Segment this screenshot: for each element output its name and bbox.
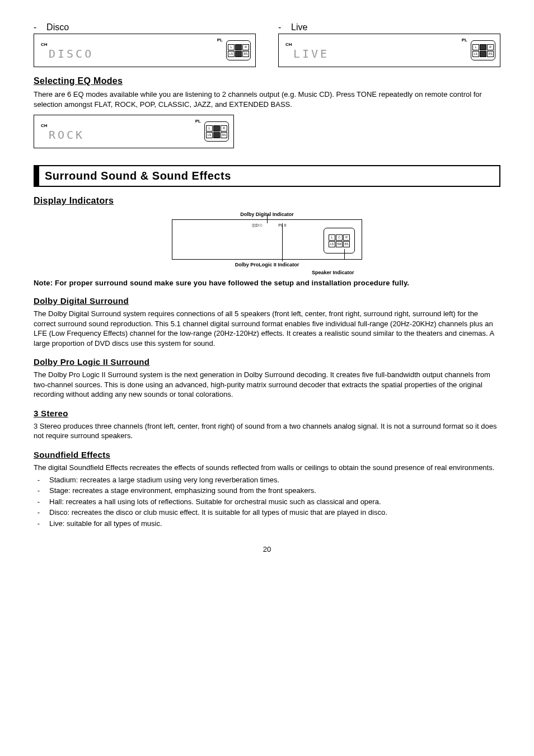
- lcd-text: LIVE: [293, 48, 471, 59]
- ch-label: CH: [41, 42, 226, 47]
- dash-icon: -: [34, 519, 44, 529]
- list-item: - Stage: recreates a stage environment, …: [34, 486, 500, 496]
- heading-sfx: Soundfield Effects: [34, 450, 500, 459]
- list-text: Stage: recreates a stage environment, em…: [49, 486, 316, 496]
- page-number: 20: [34, 545, 500, 553]
- heading-eq-modes: Selecting EQ Modes: [34, 76, 500, 86]
- lcd-text: ROCK: [49, 129, 204, 140]
- mode-label: - Disco: [34, 22, 256, 32]
- dash-icon: -: [34, 508, 44, 518]
- speaker-indicator-icon: L R LS RS: [471, 40, 495, 60]
- mode-name: Live: [291, 22, 307, 32]
- stereo3-para: 3 Stereo produces three channels (front …: [34, 421, 500, 441]
- diagram-lcd-box: ▯▯D ⦾ PL II L C R LS SW RS: [172, 219, 362, 260]
- display-diagram: Dolby Digital Indicator ▯▯D ⦾ PL II L C …: [172, 212, 362, 267]
- spk-l: L: [329, 234, 335, 241]
- ch-label: CH: [41, 123, 204, 128]
- dash-icon: -: [34, 475, 44, 485]
- lcd-box-disco: CH DISCO PL L R LS RS: [34, 34, 256, 67]
- list-text: Live: suitable for all types of music.: [49, 519, 162, 529]
- lcd-box-rock: CH ROCK PL L R LS RS: [34, 115, 234, 148]
- mode-label: - Live: [278, 22, 500, 32]
- list-text: Stadium: recreates a large stadium using…: [49, 475, 279, 485]
- pl-label: PL: [195, 119, 201, 124]
- spk-rs: RS: [343, 241, 350, 247]
- dolby-digital-icon: ▯▯D ⦾: [252, 223, 263, 228]
- pl-label: PL: [462, 37, 467, 43]
- callout-line-icon: [282, 223, 283, 261]
- lcd-text: DISCO: [49, 48, 226, 59]
- sfx-intro: The digital Soundfield Effects recreates…: [34, 463, 500, 473]
- ch-label: CH: [285, 42, 471, 47]
- list-text: Hall: recreates a hall using lots of ref…: [49, 497, 381, 507]
- spk-sw: SW: [336, 241, 343, 247]
- lcd-box-live: CH LIVE PL L R LS RS: [278, 34, 500, 67]
- heading-3stereo: 3 Stereo: [34, 408, 500, 418]
- mode-name: Disco: [46, 22, 69, 32]
- speaker-indicator-icon: L C R LS SW RS: [324, 228, 355, 253]
- pl-label: PL: [217, 37, 223, 43]
- prologic-indicator-label: Dolby ProLogic II Indicator: [172, 262, 362, 267]
- spk-r: R: [343, 234, 350, 241]
- heading-display-indicators: Display Indicators: [34, 196, 500, 206]
- dash-icon: -: [34, 497, 44, 507]
- spk-ls: LS: [329, 241, 335, 247]
- list-item: - Live: suitable for all types of music.: [34, 519, 500, 529]
- speaker-indicator-icon: L R LS RS: [204, 121, 229, 142]
- diagram-wrap: Dolby Digital Indicator ▯▯D ⦾ PL II L C …: [34, 212, 500, 267]
- callout-line-icon: [267, 214, 268, 223]
- dash: -: [278, 22, 281, 32]
- list-text: Disco: recreates the disco or club music…: [49, 508, 387, 518]
- spk-c: C: [336, 234, 343, 241]
- dds-para: The Dolby Digital Surround system requir…: [34, 309, 500, 348]
- list-item: - Hall: recreates a hall using lots of r…: [34, 497, 500, 507]
- list-item: - Disco: recreates the disco or club mus…: [34, 508, 500, 518]
- mode-col-disco: - Disco CH DISCO PL L R LS RS: [34, 22, 256, 67]
- heading-dpl: Dolby Pro Logic II Surround: [34, 357, 500, 367]
- mode-display-row: - Disco CH DISCO PL L R LS RS - Live CH …: [34, 22, 500, 67]
- callout-line-icon: [344, 249, 345, 259]
- mode-col-live: - Live CH LIVE PL L R LS RS: [278, 22, 500, 67]
- list-item: - Stadium: recreates a large stadium usi…: [34, 475, 500, 485]
- dash-icon: -: [34, 486, 44, 496]
- dash: -: [34, 22, 36, 32]
- speaker-indicator-label: Speaker Indicator: [312, 270, 379, 275]
- section-bar-surround: Surround Sound & Sound Effects: [34, 165, 500, 187]
- heading-dds: Dolby Digital Surround: [34, 296, 500, 306]
- dpl-para: The Dolby Pro Logic II Surround system i…: [34, 370, 500, 400]
- eq-para: There are 6 EQ modes available while you…: [34, 90, 500, 109]
- note-text: Note: For proper surround sound make sur…: [34, 279, 500, 287]
- speaker-indicator-icon: L R LS RS: [226, 40, 251, 60]
